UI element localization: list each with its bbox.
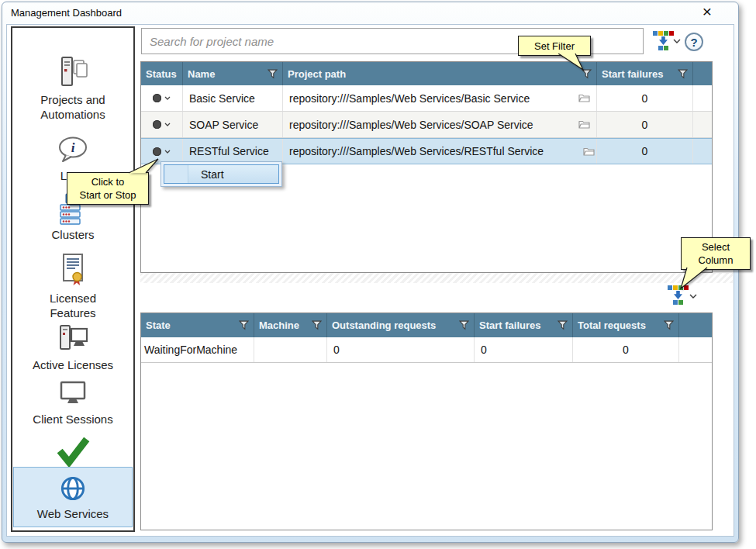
open-folder-icon[interactable] (578, 120, 590, 129)
sessions-panel: State Machine Outstanding requests Start… (140, 312, 713, 530)
context-menu-item-start[interactable]: Start (164, 164, 279, 184)
callout-tail (675, 267, 709, 292)
status-stopped-icon (153, 120, 161, 129)
menu-item-label: Start (188, 168, 224, 181)
chevron-down-icon (164, 123, 171, 126)
project-path: repository:///Samples/Web Services/SOAP … (289, 119, 533, 131)
state-value: WaitingForMachine (144, 344, 237, 356)
sidebar: Projects andAutomations i Logs Clusters (11, 26, 135, 532)
table-row[interactable]: Basic Service repository:///Samples/Web … (141, 85, 712, 112)
column-header-start-failures[interactable]: Start failures (475, 313, 573, 337)
select-column-icon (653, 31, 674, 36)
open-folder-icon[interactable] (583, 147, 595, 156)
sidebar-item-label: LicensedFeatures (50, 291, 96, 320)
project-path: repository:///Samples/Web Services/Basic… (289, 92, 530, 105)
column-header-blank (679, 313, 712, 337)
project-name: SOAP Service (189, 119, 258, 131)
table-row-selected[interactable]: RESTful Service repository:///Samples/We… (141, 138, 712, 164)
filter-icon[interactable] (312, 320, 322, 330)
window-title: Management Dashboard (11, 7, 122, 19)
filter-icon[interactable] (268, 69, 278, 79)
sidebar-item-licensed-features[interactable]: LicensedFeatures (14, 253, 132, 320)
sidebar-item-label: Projects andAutomations (40, 92, 105, 122)
help-button[interactable]: ? (685, 33, 703, 51)
select-column-button[interactable] (652, 31, 674, 50)
context-menu: Start (161, 161, 282, 187)
start-failures-value: 0 (642, 145, 648, 157)
column-header-blank (693, 62, 712, 85)
status-dropdown[interactable] (153, 147, 171, 156)
logs-icon: i (55, 135, 91, 166)
sidebar-item-web-services[interactable]: Web Services (13, 467, 133, 527)
status-stopped-icon (153, 94, 161, 102)
licensed-features-icon (57, 253, 89, 288)
chevron-down-icon[interactable] (689, 294, 697, 299)
project-name: Basic Service (189, 92, 255, 105)
web-services-icon (57, 473, 88, 504)
close-button[interactable]: × (697, 2, 717, 22)
sessions-table-header: State Machine Outstanding requests Start… (141, 313, 712, 337)
project-path: repository:///Samples/Web Services/RESTf… (289, 145, 544, 157)
start-failures-value: 0 (642, 92, 648, 105)
column-header-project-path[interactable]: Project path (283, 62, 597, 85)
column-header-outstanding-requests[interactable]: Outstanding requests (327, 313, 475, 337)
column-header-state[interactable]: State (141, 313, 254, 337)
filter-icon[interactable] (239, 320, 249, 330)
active-licenses-icon (55, 323, 91, 355)
status-dropdown[interactable] (153, 120, 171, 129)
column-header-start-failures[interactable]: Start failures (597, 62, 693, 85)
sidebar-item-projects-and-automations[interactable]: Projects andAutomations (14, 56, 132, 122)
table-row[interactable]: WaitingForMachine 0 0 0 (141, 337, 712, 363)
chevron-down-icon[interactable] (673, 39, 681, 44)
modules-icon (56, 437, 90, 468)
table-row[interactable]: SOAP Service repository:///Samples/Web S… (141, 112, 712, 138)
select-column-icon-bottom (658, 46, 668, 50)
svg-text:i: i (71, 140, 75, 155)
filter-icon[interactable] (664, 320, 674, 330)
column-header-machine[interactable]: Machine (254, 313, 327, 337)
column-header-total-requests[interactable]: Total requests (573, 313, 679, 337)
sidebar-item-label: Clusters (51, 227, 94, 242)
download-arrow-icon (658, 36, 668, 45)
page-root: Management Dashboard × Projects andAutom… (0, 0, 756, 549)
column-header-name[interactable]: Name (183, 62, 283, 85)
projects-and-automations-icon (55, 56, 91, 90)
sidebar-item-client-sessions[interactable]: Client Sessions (14, 380, 132, 426)
filter-icon[interactable] (678, 69, 688, 79)
column-header-status[interactable]: Status (141, 62, 183, 85)
projects-table-header: Status Name Project path Start failures (141, 62, 712, 85)
chevron-down-icon (164, 96, 171, 100)
start-failures-value: 0 (642, 119, 648, 131)
sidebar-item-active-licenses[interactable]: Active Licenses (14, 323, 132, 372)
status-dropdown[interactable] (153, 94, 171, 102)
sidebar-item-label: Active Licenses (33, 357, 113, 372)
splitter[interactable] (140, 273, 733, 283)
filter-icon[interactable] (459, 320, 469, 330)
project-name: RESTful Service (189, 145, 269, 157)
callout-tail (121, 158, 161, 174)
download-arrow-icon (673, 291, 683, 299)
status-stopped-icon (153, 147, 161, 156)
total-requests-value: 0 (623, 344, 629, 356)
filter-icon[interactable] (558, 320, 568, 330)
callout-tail (554, 54, 588, 72)
menu-icon-gutter (164, 165, 188, 183)
start-failures-value: 0 (481, 344, 487, 356)
chevron-down-icon (164, 150, 171, 154)
select-column-icon-bottom (673, 300, 683, 305)
outstanding-requests-value: 0 (333, 344, 340, 356)
open-folder-icon[interactable] (578, 94, 590, 102)
sidebar-item-label: Client Sessions (33, 412, 112, 426)
client-sessions-icon (55, 380, 91, 409)
sidebar-item-label: Web Services (37, 506, 109, 521)
callout-click-to-start-or-stop: Click to Start or Stop (67, 172, 149, 205)
callout-select-column: Select Column (681, 237, 751, 270)
